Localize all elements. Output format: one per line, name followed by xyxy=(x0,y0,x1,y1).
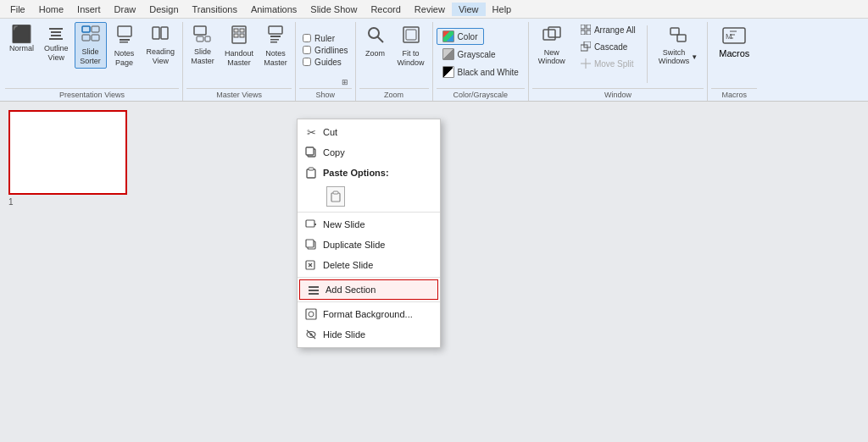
notes-master-button[interactable]: NotesMaster xyxy=(259,22,292,70)
context-menu-new-slide[interactable]: New Slide xyxy=(298,214,440,235)
menu-record[interactable]: Record xyxy=(364,3,407,16)
reading-view-icon xyxy=(151,25,170,46)
arrange-all-button[interactable]: Arrange All xyxy=(575,22,642,37)
bw-swatch xyxy=(442,66,454,78)
outline-view-label: OutlineView xyxy=(44,44,69,63)
zoom-icon xyxy=(366,25,385,47)
cut-label: Cut xyxy=(323,127,337,137)
gridlines-checkbox-label[interactable]: Gridlines xyxy=(303,46,348,55)
svg-rect-32 xyxy=(581,25,585,29)
normal-label: Normal xyxy=(9,44,34,53)
add-section-label: Add Section xyxy=(326,285,376,295)
context-menu-paste-icon-area[interactable] xyxy=(298,183,440,210)
svg-rect-4 xyxy=(82,26,90,32)
arrange-all-label: Arrange All xyxy=(594,25,636,35)
guides-checkbox-label[interactable]: Guides xyxy=(303,58,348,67)
reading-view-button[interactable]: ReadingView xyxy=(142,22,180,69)
svg-rect-30 xyxy=(543,30,555,40)
macros-button[interactable]: M Macros xyxy=(711,22,757,63)
ribbon-group-window: NewWindow Arrange All Cascade Move Split xyxy=(529,22,708,101)
handout-master-label: HandoutMaster xyxy=(225,49,253,68)
duplicate-slide-icon xyxy=(304,238,318,251)
copy-icon xyxy=(304,146,318,159)
context-menu-paste-options-header: Paste Options: xyxy=(298,163,440,183)
ribbon-group-color-grayscale: Color Grayscale Black and White Color/Gr… xyxy=(433,22,529,101)
ruler-checkbox[interactable] xyxy=(303,34,311,42)
svg-rect-14 xyxy=(194,26,206,35)
cascade-button[interactable]: Cascade xyxy=(575,39,642,54)
guides-checkbox[interactable] xyxy=(303,58,311,66)
copy-label: Copy xyxy=(323,147,345,157)
arrange-all-icon xyxy=(581,25,591,35)
svg-rect-49 xyxy=(333,191,338,194)
ruler-checkbox-label[interactable]: Ruler xyxy=(303,34,348,43)
macros-icon: M xyxy=(721,26,747,47)
context-menu-format-background[interactable]: Format Background... xyxy=(298,304,440,324)
fit-to-window-icon xyxy=(402,25,420,47)
ribbon: ⬛ Normal OutlineView SlideSorter xyxy=(0,19,868,102)
menu-file[interactable]: File xyxy=(3,3,32,16)
move-split-icon xyxy=(581,58,591,69)
notes-page-button[interactable]: NotesPage xyxy=(108,22,141,70)
menu-review[interactable]: Review xyxy=(408,3,452,16)
menu-help[interactable]: Help xyxy=(486,3,519,16)
svg-rect-45 xyxy=(306,147,314,155)
ruler-label: Ruler xyxy=(314,34,335,43)
delete-slide-icon xyxy=(304,258,318,272)
context-menu-cut[interactable]: ✂ Cut xyxy=(298,122,440,142)
switch-windows-button[interactable]: SwitchWindows ▼ xyxy=(653,22,704,69)
svg-rect-47 xyxy=(309,168,314,170)
slide-sorter-button[interactable]: SlideSorter xyxy=(75,22,107,69)
svg-rect-12 xyxy=(161,27,168,39)
outline-view-button[interactable]: OutlineView xyxy=(40,22,73,65)
zoom-label: Zoom xyxy=(365,49,385,58)
color-grayscale-label: Color/Grayscale xyxy=(437,88,525,101)
cascade-icon xyxy=(581,41,591,52)
svg-rect-2 xyxy=(51,35,61,36)
black-and-white-label: Black and White xyxy=(458,68,519,77)
handout-master-button[interactable]: HandoutMaster xyxy=(220,22,258,70)
menu-slideshow[interactable]: Slide Show xyxy=(303,3,364,16)
move-split-button[interactable]: Move Split xyxy=(575,56,642,71)
new-slide-icon xyxy=(304,218,318,231)
gridlines-checkbox[interactable] xyxy=(303,46,311,54)
svg-rect-11 xyxy=(153,27,159,39)
show-expand-icon[interactable]: ⊞ xyxy=(342,78,348,86)
svg-rect-21 xyxy=(240,34,244,37)
svg-rect-58 xyxy=(309,286,319,288)
menu-home[interactable]: Home xyxy=(32,3,70,16)
fit-to-window-button[interactable]: Fit toWindow xyxy=(393,22,429,70)
menu-insert[interactable]: Insert xyxy=(70,3,108,16)
context-menu-copy[interactable]: Copy xyxy=(298,142,440,163)
grayscale-button[interactable]: Grayscale xyxy=(437,46,502,63)
normal-icon: ⬛ xyxy=(11,25,32,42)
menu-design[interactable]: Design xyxy=(142,3,185,16)
format-background-icon xyxy=(304,307,318,321)
context-menu-hide-slide[interactable]: Hide Slide xyxy=(298,324,440,345)
normal-button[interactable]: ⬛ Normal xyxy=(5,22,38,56)
zoom-button[interactable]: Zoom xyxy=(359,22,392,61)
grayscale-swatch xyxy=(442,48,454,60)
svg-rect-18 xyxy=(234,29,238,32)
menu-view[interactable]: View xyxy=(452,3,486,16)
context-menu-duplicate-slide[interactable]: Duplicate Slide xyxy=(298,235,440,255)
slide-number-1: 1 xyxy=(8,197,14,207)
context-menu: ✂ Cut Copy Paste Options: xyxy=(297,119,441,348)
zoom-group-label: Zoom xyxy=(359,88,429,101)
color-button[interactable]: Color xyxy=(437,28,484,45)
svg-rect-10 xyxy=(120,41,128,43)
switch-windows-label: SwitchWindows ▼ xyxy=(659,48,698,65)
menu-draw[interactable]: Draw xyxy=(108,3,143,16)
color-swatch xyxy=(442,30,454,42)
new-window-button[interactable]: NewWindow xyxy=(532,22,571,69)
svg-rect-31 xyxy=(548,27,560,37)
slide-thumbnail-1[interactable]: 1 xyxy=(8,110,127,195)
menu-animations[interactable]: Animations xyxy=(244,3,303,16)
context-menu-add-section[interactable]: Add Section xyxy=(299,279,438,300)
main-area: 1 ✂ Cut Copy Paste Option xyxy=(0,102,868,442)
slide-master-button[interactable]: SlideMaster xyxy=(186,22,219,69)
context-menu-separator-1 xyxy=(298,212,440,213)
menu-transitions[interactable]: Transitions xyxy=(186,3,244,16)
black-and-white-button[interactable]: Black and White xyxy=(437,64,525,80)
context-menu-delete-slide[interactable]: Delete Slide xyxy=(298,255,440,275)
